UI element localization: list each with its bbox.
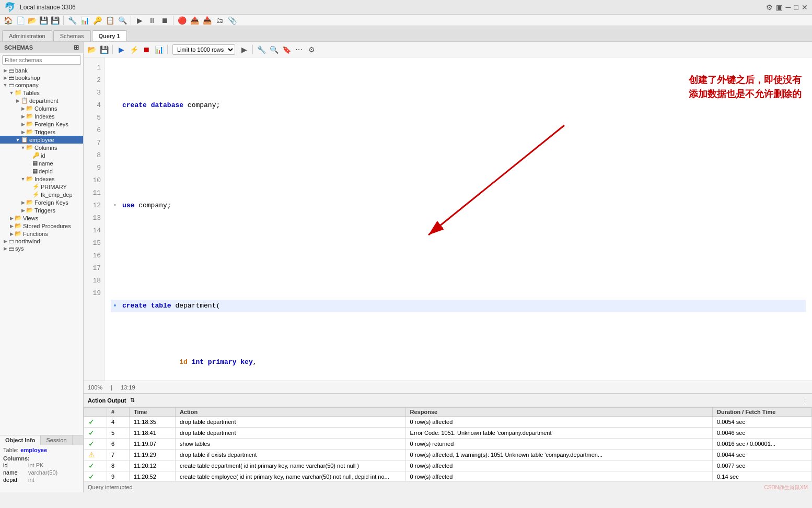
idx-icon-fk: ⚡ xyxy=(32,191,40,198)
toolbar-icon-3[interactable]: 💾 xyxy=(38,15,49,26)
toolbar-icon-12[interactable]: ⏹ xyxy=(159,15,170,26)
query-btn-format[interactable]: 🔧 xyxy=(256,44,267,55)
sidebar-item-emp-col-id[interactable]: 🔑 id xyxy=(0,151,83,159)
toolbar-icon-11[interactable]: ⏸ xyxy=(146,15,158,26)
row-action: drop table department xyxy=(175,428,405,439)
query-btn-run[interactable]: ▶ xyxy=(115,44,127,55)
layout-icon[interactable]: ▣ xyxy=(776,3,783,11)
schema-icon-sys: 🗃 xyxy=(8,245,14,252)
sidebar-item-bookshop[interactable]: ▶ 🗃 bookshop xyxy=(0,74,83,81)
sidebar-item-emp-fk[interactable]: ▶ 📂 Foreign Keys xyxy=(0,198,83,206)
sidebar-label-company: company xyxy=(15,82,39,88)
toolbar-icon-16[interactable]: 🗂 xyxy=(214,15,225,26)
code-editor[interactable]: 1 2 3 4 5 6 7 8 9 10 11 12 13 14 15 16 1… xyxy=(84,57,812,381)
obj-col-id-row: id int PK xyxy=(3,462,80,469)
row-num: 5 xyxy=(107,428,130,439)
expand-arrow-company: ▼ xyxy=(2,82,8,88)
expand-arrow-northwind: ▶ xyxy=(2,239,8,244)
maximize-icon[interactable]: □ xyxy=(794,3,798,11)
toolbar-icon-17[interactable]: 📎 xyxy=(226,15,238,26)
sidebar-item-functions[interactable]: ▶ 📂 Functions xyxy=(0,230,83,238)
tab-query1[interactable]: Query 1 xyxy=(92,30,127,41)
tab-schemas[interactable]: Schemas xyxy=(53,30,91,41)
sidebar-item-emp-col-depid[interactable]: ▦ depid xyxy=(0,167,83,175)
toolbar-icon-2[interactable]: 📂 xyxy=(26,15,38,26)
sidebar-collapse-icon[interactable]: ⊞ xyxy=(74,44,79,51)
settings-icon[interactable]: ⚙ xyxy=(766,3,773,11)
sidebar-item-emp-idx-primary[interactable]: ⚡ PRIMARY xyxy=(0,183,83,191)
toolbar-icon-9[interactable]: 🔍 xyxy=(117,15,128,26)
query-btn-search[interactable]: 🔍 xyxy=(268,44,280,55)
sidebar-item-bank[interactable]: ▶ 🗃 bank xyxy=(0,67,83,74)
sidebar-item-emp-col-name[interactable]: ▦ name xyxy=(0,159,83,167)
query-btn-settings[interactable]: ⚙ xyxy=(306,44,317,55)
col-time: Time xyxy=(130,408,176,417)
functions-icon: 📂 xyxy=(15,230,22,237)
sidebar-item-views[interactable]: ▶ 📂 Views xyxy=(0,214,83,222)
sidebar-label-sys: sys xyxy=(15,245,24,252)
query-btn-stop[interactable]: ⏹ xyxy=(141,44,152,55)
query-btn-limit[interactable]: ▶ xyxy=(238,44,250,55)
toolbar-icon-10[interactable]: ▶ xyxy=(134,15,145,26)
sidebar-item-emp-idx-fk[interactable]: ⚡ fk_emp_dep xyxy=(0,191,83,198)
sidebar-label-col-id: id xyxy=(41,152,45,159)
sidebar-label-emp-triggers: Triggers xyxy=(34,207,55,214)
col-icon-depid: ▦ xyxy=(32,168,38,174)
tab-administration[interactable]: Administration xyxy=(2,30,52,41)
output-table: # Time Action Response Duration / Fetch … xyxy=(84,407,812,492)
toolbar-icon-13[interactable]: 🔴 xyxy=(176,15,188,26)
toolbar-icon-8[interactable]: 📋 xyxy=(104,15,115,26)
sidebar-item-employee[interactable]: ▼ 📋 employee xyxy=(0,136,83,144)
sidebar-item-emp-indexes[interactable]: ▼ 📂 Indexes xyxy=(0,175,83,183)
minimize-icon[interactable]: ─ xyxy=(786,3,791,11)
main-tabs: Administration Schemas Query 1 xyxy=(0,26,812,42)
query-btn-bookmark[interactable]: 🔖 xyxy=(281,44,292,55)
toolbar-icon-4[interactable]: 💾 xyxy=(49,15,61,26)
tables-icon: 📁 xyxy=(15,89,22,96)
toolbar-icon-1[interactable]: 📄 xyxy=(15,15,26,26)
sidebar-item-department[interactable]: ▶ 📋 department xyxy=(0,97,83,104)
toolbar-icon-15[interactable]: 📥 xyxy=(201,15,213,26)
sidebar-search-input[interactable] xyxy=(2,55,81,65)
sidebar-item-sys[interactable]: ▶ 🗃 sys xyxy=(0,245,83,252)
query-btn-explain[interactable]: 📊 xyxy=(153,44,165,55)
sidebar-item-department-columns[interactable]: ▶ 📂 Columns xyxy=(0,104,83,112)
query-sep-2 xyxy=(167,45,168,54)
table-row: ✓ 5 11:18:41 drop table department Error… xyxy=(84,428,812,439)
sidebar-item-department-indexes[interactable]: ▶ 📂 Indexes xyxy=(0,112,83,120)
col-num: # xyxy=(107,408,130,417)
sidebar-item-northwind[interactable]: ▶ 🗃 northwind xyxy=(0,238,83,245)
obj-tab-session[interactable]: Session xyxy=(41,435,72,445)
expand-arrow-dept-idx: ▶ xyxy=(20,114,26,119)
sidebar-label-emp-fk: Foreign Keys xyxy=(34,199,68,206)
obj-tab-object-info[interactable]: Object Info xyxy=(0,435,41,445)
output-scrollbar-hint: ⋮ xyxy=(802,397,808,404)
row-action: drop table department xyxy=(175,417,405,428)
code-line-1: create database company; xyxy=(111,99,806,112)
query-btn-save[interactable]: 💾 xyxy=(98,44,110,55)
views-icon: 📂 xyxy=(15,215,22,221)
toolbar-icon-6[interactable]: 📊 xyxy=(79,15,90,26)
sidebar-label-tables: Tables xyxy=(23,90,40,96)
close-icon[interactable]: ✕ xyxy=(802,3,808,11)
query-btn-run-select[interactable]: ⚡ xyxy=(128,44,140,55)
sidebar-item-company[interactable]: ▼ 🗃 company xyxy=(0,81,83,89)
limit-select[interactable]: Limit to 1000 rows xyxy=(172,44,235,55)
sidebar-item-stored-procedures[interactable]: ▶ 📂 Stored Procedures xyxy=(0,222,83,230)
toolbar-icon-5[interactable]: 🔧 xyxy=(66,15,78,26)
output-table-container[interactable]: # Time Action Response Duration / Fetch … xyxy=(84,407,812,492)
sidebar-item-tables[interactable]: ▼ 📁 Tables xyxy=(0,89,83,97)
sidebar-item-emp-triggers[interactable]: ▶ 📂 Triggers xyxy=(0,206,83,214)
toolbar-icon-14[interactable]: 📤 xyxy=(189,15,200,26)
code-content-area[interactable]: create database company; • use company; xyxy=(105,57,812,381)
output-sort-icon[interactable]: ⇅ xyxy=(130,397,135,404)
query-btn-more[interactable]: ⋯ xyxy=(293,44,305,55)
toolbar-icon-7[interactable]: 🔑 xyxy=(91,15,103,26)
query-btn-open[interactable]: 📂 xyxy=(86,44,97,55)
app-icon: 🐬 xyxy=(4,2,16,13)
sidebar-item-department-triggers[interactable]: ▶ 📂 Triggers xyxy=(0,128,83,136)
home-icon[interactable]: 🏠 xyxy=(2,15,14,26)
sidebar-item-department-fk[interactable]: ▶ 📂 Foreign Keys xyxy=(0,120,83,128)
sidebar-item-emp-columns[interactable]: ▼ 📂 Columns xyxy=(0,144,83,151)
watermark: CSDN@生肖鼠XM xyxy=(764,484,808,491)
